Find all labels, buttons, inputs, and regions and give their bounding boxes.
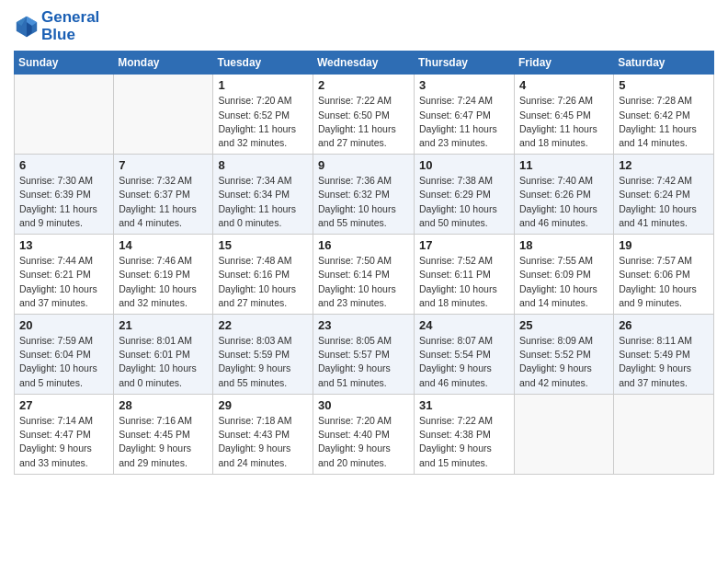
day-info: Sunrise: 7:44 AM Sunset: 6:21 PM Dayligh…: [19, 254, 108, 310]
day-info: Sunrise: 8:03 AM Sunset: 5:59 PM Dayligh…: [218, 334, 308, 390]
calendar-cell: 12Sunrise: 7:42 AM Sunset: 6:24 PM Dayli…: [614, 155, 714, 235]
day-info: Sunrise: 8:07 AM Sunset: 5:54 PM Dayligh…: [419, 334, 509, 390]
day-number: 5: [619, 78, 709, 92]
calendar-cell: 23Sunrise: 8:05 AM Sunset: 5:57 PM Dayli…: [313, 315, 415, 395]
day-number: 18: [519, 238, 609, 252]
calendar-cell: 10Sunrise: 7:38 AM Sunset: 6:29 PM Dayli…: [415, 155, 515, 235]
day-info: Sunrise: 7:34 AM Sunset: 6:34 PM Dayligh…: [218, 174, 308, 230]
day-number: 16: [318, 238, 409, 252]
day-info: Sunrise: 7:28 AM Sunset: 6:42 PM Dayligh…: [619, 94, 709, 150]
day-info: Sunrise: 8:05 AM Sunset: 5:57 PM Dayligh…: [318, 334, 409, 390]
day-info: Sunrise: 7:42 AM Sunset: 6:24 PM Dayligh…: [619, 174, 709, 230]
logo-text: General Blue: [41, 9, 99, 43]
calendar-cell: 27Sunrise: 7:14 AM Sunset: 4:47 PM Dayli…: [15, 394, 114, 474]
day-info: Sunrise: 8:01 AM Sunset: 6:01 PM Dayligh…: [119, 334, 208, 390]
calendar-cell: [614, 394, 714, 474]
calendar-cell: 4Sunrise: 7:26 AM Sunset: 6:45 PM Daylig…: [515, 75, 614, 155]
day-info: Sunrise: 7:22 AM Sunset: 4:38 PM Dayligh…: [419, 414, 509, 470]
calendar-header-row: SundayMondayTuesdayWednesdayThursdayFrid…: [15, 52, 714, 75]
header-cell-sunday: Sunday: [15, 52, 114, 75]
calendar-cell: 2Sunrise: 7:22 AM Sunset: 6:50 PM Daylig…: [313, 75, 415, 155]
day-info: Sunrise: 7:48 AM Sunset: 6:16 PM Dayligh…: [218, 254, 308, 310]
day-info: Sunrise: 7:50 AM Sunset: 6:14 PM Dayligh…: [318, 254, 409, 310]
calendar-cell: 26Sunrise: 8:11 AM Sunset: 5:49 PM Dayli…: [614, 315, 714, 395]
header-cell-monday: Monday: [114, 52, 213, 75]
day-info: Sunrise: 7:57 AM Sunset: 6:06 PM Dayligh…: [619, 254, 709, 310]
calendar-cell: 13Sunrise: 7:44 AM Sunset: 6:21 PM Dayli…: [15, 235, 114, 315]
day-info: Sunrise: 7:20 AM Sunset: 4:40 PM Dayligh…: [318, 414, 409, 470]
day-number: 13: [19, 238, 108, 252]
header-cell-tuesday: Tuesday: [213, 52, 313, 75]
calendar-cell: 25Sunrise: 8:09 AM Sunset: 5:52 PM Dayli…: [515, 315, 614, 395]
calendar-cell: 5Sunrise: 7:28 AM Sunset: 6:42 PM Daylig…: [614, 75, 714, 155]
day-info: Sunrise: 7:30 AM Sunset: 6:39 PM Dayligh…: [19, 174, 108, 230]
day-number: 11: [519, 158, 609, 172]
calendar-cell: 16Sunrise: 7:50 AM Sunset: 6:14 PM Dayli…: [313, 235, 415, 315]
day-number: 15: [218, 238, 308, 252]
day-number: 31: [419, 398, 509, 412]
calendar-cell: 24Sunrise: 8:07 AM Sunset: 5:54 PM Dayli…: [415, 315, 515, 395]
logo-icon: [14, 14, 40, 40]
calendar-cell: 17Sunrise: 7:52 AM Sunset: 6:11 PM Dayli…: [415, 235, 515, 315]
day-info: Sunrise: 7:16 AM Sunset: 4:45 PM Dayligh…: [119, 414, 208, 470]
day-info: Sunrise: 7:36 AM Sunset: 6:32 PM Dayligh…: [318, 174, 409, 230]
day-info: Sunrise: 8:11 AM Sunset: 5:49 PM Dayligh…: [619, 334, 709, 390]
header: General Blue: [14, 9, 714, 43]
header-cell-friday: Friday: [515, 52, 614, 75]
day-info: Sunrise: 7:32 AM Sunset: 6:37 PM Dayligh…: [119, 174, 208, 230]
day-number: 28: [119, 398, 208, 412]
day-number: 6: [19, 158, 108, 172]
header-cell-thursday: Thursday: [415, 52, 515, 75]
calendar-week-row: 6Sunrise: 7:30 AM Sunset: 6:39 PM Daylig…: [15, 155, 714, 235]
page: General Blue SundayMondayTuesdayWednesda…: [0, 0, 728, 563]
calendar-cell: [515, 394, 614, 474]
calendar-cell: 15Sunrise: 7:48 AM Sunset: 6:16 PM Dayli…: [213, 235, 313, 315]
day-number: 7: [119, 158, 208, 172]
day-info: Sunrise: 7:24 AM Sunset: 6:47 PM Dayligh…: [419, 94, 509, 150]
calendar-table: SundayMondayTuesdayWednesdayThursdayFrid…: [14, 51, 714, 474]
day-number: 22: [218, 318, 308, 332]
day-number: 3: [419, 78, 509, 92]
day-number: 9: [318, 158, 409, 172]
day-info: Sunrise: 8:09 AM Sunset: 5:52 PM Dayligh…: [519, 334, 609, 390]
day-info: Sunrise: 7:18 AM Sunset: 4:43 PM Dayligh…: [218, 414, 308, 470]
day-number: 4: [519, 78, 609, 92]
day-info: Sunrise: 7:38 AM Sunset: 6:29 PM Dayligh…: [419, 174, 509, 230]
day-info: Sunrise: 7:26 AM Sunset: 6:45 PM Dayligh…: [519, 94, 609, 150]
day-info: Sunrise: 7:59 AM Sunset: 6:04 PM Dayligh…: [19, 334, 108, 390]
day-number: 24: [419, 318, 509, 332]
calendar-cell: [15, 75, 114, 155]
calendar-cell: 22Sunrise: 8:03 AM Sunset: 5:59 PM Dayli…: [213, 315, 313, 395]
day-info: Sunrise: 7:40 AM Sunset: 6:26 PM Dayligh…: [519, 174, 609, 230]
day-number: 23: [318, 318, 409, 332]
day-number: 12: [619, 158, 709, 172]
calendar-cell: 20Sunrise: 7:59 AM Sunset: 6:04 PM Dayli…: [15, 315, 114, 395]
calendar-week-row: 27Sunrise: 7:14 AM Sunset: 4:47 PM Dayli…: [15, 394, 714, 474]
header-cell-saturday: Saturday: [614, 52, 714, 75]
day-number: 8: [218, 158, 308, 172]
calendar-cell: 21Sunrise: 8:01 AM Sunset: 6:01 PM Dayli…: [114, 315, 213, 395]
day-number: 29: [218, 398, 308, 412]
day-info: Sunrise: 7:14 AM Sunset: 4:47 PM Dayligh…: [19, 414, 108, 470]
calendar-cell: 11Sunrise: 7:40 AM Sunset: 6:26 PM Dayli…: [515, 155, 614, 235]
day-number: 1: [218, 78, 308, 92]
calendar-cell: 7Sunrise: 7:32 AM Sunset: 6:37 PM Daylig…: [114, 155, 213, 235]
day-number: 25: [519, 318, 609, 332]
calendar-week-row: 1Sunrise: 7:20 AM Sunset: 6:52 PM Daylig…: [15, 75, 714, 155]
day-info: Sunrise: 7:22 AM Sunset: 6:50 PM Dayligh…: [318, 94, 409, 150]
day-info: Sunrise: 7:46 AM Sunset: 6:19 PM Dayligh…: [119, 254, 208, 310]
day-number: 17: [419, 238, 509, 252]
day-number: 30: [318, 398, 409, 412]
day-number: 2: [318, 78, 409, 92]
calendar-cell: 9Sunrise: 7:36 AM Sunset: 6:32 PM Daylig…: [313, 155, 415, 235]
day-info: Sunrise: 7:20 AM Sunset: 6:52 PM Dayligh…: [218, 94, 308, 150]
logo: General Blue: [14, 9, 99, 43]
calendar-cell: 30Sunrise: 7:20 AM Sunset: 4:40 PM Dayli…: [313, 394, 415, 474]
day-number: 20: [19, 318, 108, 332]
calendar-cell: 1Sunrise: 7:20 AM Sunset: 6:52 PM Daylig…: [213, 75, 313, 155]
day-number: 27: [19, 398, 108, 412]
calendar-cell: 31Sunrise: 7:22 AM Sunset: 4:38 PM Dayli…: [415, 394, 515, 474]
calendar-cell: [114, 75, 213, 155]
calendar-cell: 8Sunrise: 7:34 AM Sunset: 6:34 PM Daylig…: [213, 155, 313, 235]
calendar-cell: 19Sunrise: 7:57 AM Sunset: 6:06 PM Dayli…: [614, 235, 714, 315]
